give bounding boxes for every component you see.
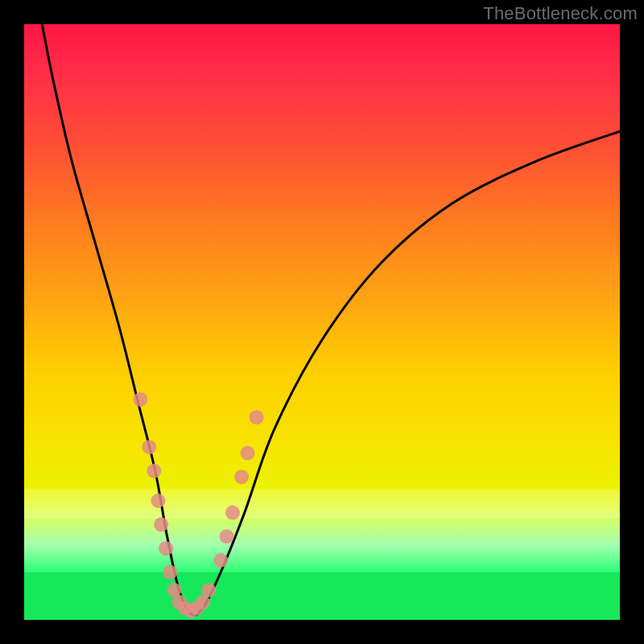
curve-layer xyxy=(24,24,620,620)
sample-dot xyxy=(133,392,147,407)
sample-dot xyxy=(151,493,166,508)
watermark-text: TheBottleneck.com xyxy=(483,3,638,24)
sample-dot xyxy=(220,529,234,543)
sample-dot xyxy=(163,565,177,580)
sample-dot xyxy=(241,446,255,460)
chart-frame: TheBottleneck.com xyxy=(0,0,644,644)
sample-dot xyxy=(225,506,240,520)
sample-dot xyxy=(250,410,264,424)
sample-dot xyxy=(234,469,249,484)
sample-dot xyxy=(142,440,156,454)
sample-dot xyxy=(213,553,228,568)
sample-dot xyxy=(201,583,216,597)
sample-dot xyxy=(147,464,161,478)
sample-dots xyxy=(133,392,263,618)
bottleneck-curve xyxy=(42,24,620,615)
sample-dot xyxy=(154,518,168,532)
plot-area xyxy=(24,24,620,620)
sample-dot xyxy=(159,541,173,555)
